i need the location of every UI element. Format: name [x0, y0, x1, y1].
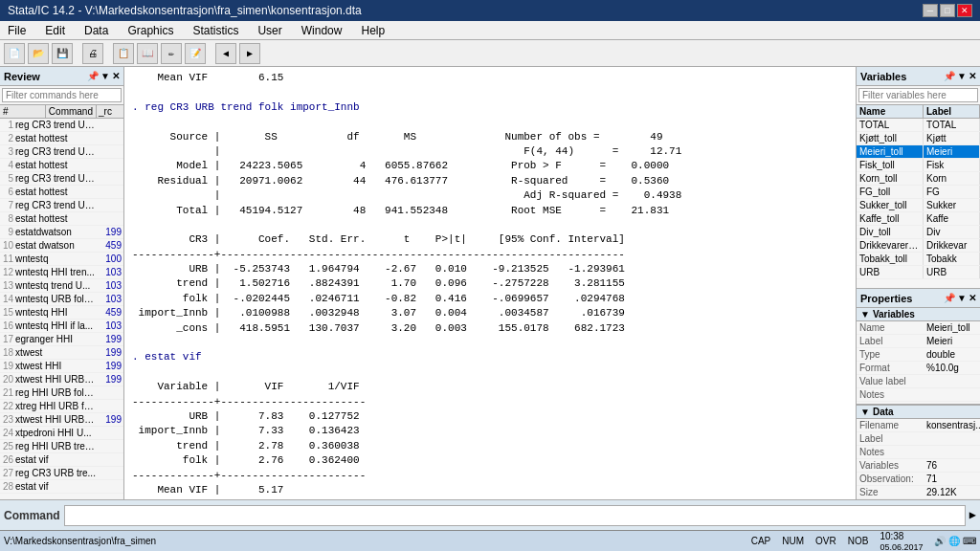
review-pin-icon[interactable]: 📌 — [87, 71, 99, 81]
review-item[interactable]: 10estat dwatson459 — [0, 239, 123, 253]
variable-row[interactable]: Div_tollDiv — [857, 226, 980, 239]
review-item[interactable]: 3reg CR3 trend UR... — [0, 145, 123, 159]
review-item-text: reg HHI URB tren... — [15, 441, 97, 452]
menu-edit[interactable]: Edit — [41, 23, 69, 38]
review-item[interactable]: 1reg CR3 trend UR... — [0, 119, 123, 132]
review-item[interactable]: 7reg CR3 trend UR... — [0, 199, 123, 212]
menu-user[interactable]: User — [254, 23, 285, 38]
review-item[interactable]: 25reg HHI URB tren... — [0, 440, 123, 453]
menu-help[interactable]: Help — [357, 23, 389, 38]
review-header-icons: 📌 ▼ ✕ — [87, 71, 120, 81]
variable-row[interactable]: Kaffe_tollKaffe — [857, 212, 980, 226]
menu-statistics[interactable]: Statistics — [189, 23, 242, 38]
review-item[interactable]: 17egranger HHI199 — [0, 333, 123, 346]
vars-menu-icon[interactable]: ▼ — [957, 71, 967, 81]
print-button[interactable]: 🖨 — [82, 43, 103, 64]
variable-row[interactable]: Meieri_tollMeieri — [857, 145, 980, 159]
command-send-icon[interactable]: ▶ — [969, 508, 976, 522]
review-item[interactable]: 12wntestq HHI tren...103 — [0, 266, 123, 279]
review-item[interactable]: 16wntestq HHI if la...103 — [0, 320, 123, 333]
review-item[interactable]: 23xtwest HHI URB t...199 — [0, 413, 123, 427]
command-input[interactable] — [64, 505, 966, 526]
review-item-count — [97, 428, 123, 438]
props-data-val: 29.12K — [924, 486, 980, 498]
review-item-num: 3 — [0, 146, 15, 157]
review-item[interactable]: 4estat hottest — [0, 159, 123, 172]
props-key: Label — [857, 335, 924, 347]
review-item[interactable]: 8estat hottest — [0, 212, 123, 226]
variable-row[interactable]: Fisk_tollFisk — [857, 159, 980, 172]
new-button[interactable]: 📄 — [4, 43, 25, 64]
props-data-rows: Filenamekonsentrasj...LabelNotesVariable… — [857, 419, 980, 499]
review-item-num: 1 — [0, 120, 15, 130]
props-pin-icon[interactable]: 📌 — [944, 293, 955, 303]
maximize-button[interactable]: □ — [940, 4, 955, 17]
review-item-num: 15 — [0, 307, 15, 318]
review-item[interactable]: 27reg CR3 URB tre... — [0, 467, 123, 480]
review-item[interactable]: 6estat hottest — [0, 186, 123, 199]
review-close-icon[interactable]: ✕ — [112, 71, 120, 81]
variable-row[interactable]: Drikkevarer_t...Drikkevar — [857, 239, 980, 253]
review-item[interactable]: 11wntestq100 — [0, 253, 123, 266]
props-data-expand-icon[interactable]: ▼ — [860, 407, 870, 417]
review-item[interactable]: 9estatdwatson199 — [0, 226, 123, 239]
status-num: NUM — [782, 536, 804, 546]
minimize-button[interactable]: ─ — [923, 4, 938, 17]
review-item[interactable]: 26estat vif — [0, 453, 123, 467]
variable-row[interactable]: Tobakk_tollTobakk — [857, 253, 980, 266]
log-button[interactable]: 📋 — [113, 43, 134, 64]
review-item[interactable]: 21reg HHI URB folk... — [0, 386, 123, 400]
save-button[interactable]: 💾 — [52, 43, 73, 64]
props-variable-row: Value label — [857, 375, 980, 388]
review-item-num: 20 — [0, 374, 15, 385]
variable-row[interactable]: Sukker_tollSukker — [857, 199, 980, 212]
properties-panel: Properties 📌 ▼ ✕ ▼ Variables NameMeieri_… — [857, 289, 980, 499]
review-item-count: 103 — [97, 267, 123, 277]
editor-button[interactable]: ✏ — [161, 43, 182, 64]
variable-row[interactable]: FG_tollFG — [857, 186, 980, 199]
var-name: Drikkevarer_t... — [857, 239, 924, 252]
review-item[interactable]: 19xtwest HHI199 — [0, 360, 123, 373]
menu-file[interactable]: File — [4, 23, 30, 38]
review-item[interactable]: 14wntestq URB folk...103 — [0, 293, 123, 306]
output-cmd2: . estat vif — [132, 350, 848, 364]
review-item[interactable]: 28estat vif — [0, 480, 123, 494]
vars-pin-icon[interactable]: 📌 — [944, 71, 955, 81]
props-menu-icon[interactable]: ▼ — [957, 293, 967, 303]
back-button[interactable]: ◀ — [215, 43, 236, 64]
review-col-command: # — [0, 105, 46, 118]
viewer-button[interactable]: 📖 — [137, 43, 158, 64]
props-expand-icon[interactable]: ▼ — [860, 309, 870, 320]
variables-search-input[interactable] — [858, 88, 978, 102]
vars-close-icon[interactable]: ✕ — [969, 71, 976, 81]
review-item-count — [97, 120, 123, 130]
variable-row[interactable]: TOTALTOTAL — [857, 119, 980, 132]
menu-graphics[interactable]: Graphics — [123, 23, 177, 38]
variable-row[interactable]: Kjøtt_tollKjøtt — [857, 132, 980, 145]
review-item[interactable]: 5reg CR3 trend UR... — [0, 172, 123, 186]
review-item[interactable]: 2estat hottest — [0, 132, 123, 145]
review-search-input[interactable] — [2, 88, 122, 102]
review-item-text: wntestq HHI if la... — [15, 320, 97, 331]
review-menu-icon[interactable]: ▼ — [100, 71, 110, 81]
menu-data[interactable]: Data — [80, 23, 112, 38]
variable-row[interactable]: Korn_tollKorn — [857, 172, 980, 186]
close-button[interactable]: ✕ — [957, 4, 972, 17]
props-variable-row: LabelMeieri — [857, 335, 980, 348]
review-item-text: reg CR3 trend UR... — [15, 173, 97, 184]
variable-row[interactable]: URBURB — [857, 266, 980, 279]
menu-window[interactable]: Window — [298, 23, 346, 38]
var-label: Sukker — [924, 199, 980, 211]
forward-button[interactable]: ▶ — [239, 43, 260, 64]
review-item[interactable]: 22xtreg HHI URB fo... — [0, 400, 123, 413]
dofile-button[interactable]: 📝 — [185, 43, 206, 64]
review-item[interactable]: 13wntestq trend U...103 — [0, 279, 123, 293]
review-item[interactable]: 18xtwest199 — [0, 346, 123, 360]
open-button[interactable]: 📂 — [28, 43, 49, 64]
review-item[interactable]: 15wntestq HHI459 — [0, 306, 123, 320]
props-close-icon[interactable]: ✕ — [969, 293, 976, 303]
review-item[interactable]: 20xtwest HHI URB t...199 — [0, 373, 123, 386]
output-scroll[interactable]: Mean VIF 6.15 . reg CR3 URB trend folk i… — [132, 71, 848, 496]
review-item-text: estatdwatson — [15, 227, 97, 237]
review-item[interactable]: 24xtpedroni HHI U... — [0, 427, 123, 440]
